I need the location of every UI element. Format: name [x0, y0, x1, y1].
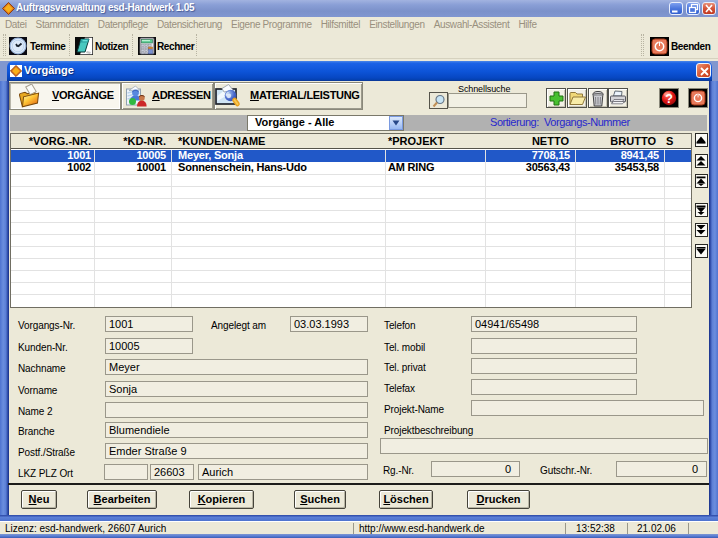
svg-text:?: ?	[665, 92, 673, 106]
